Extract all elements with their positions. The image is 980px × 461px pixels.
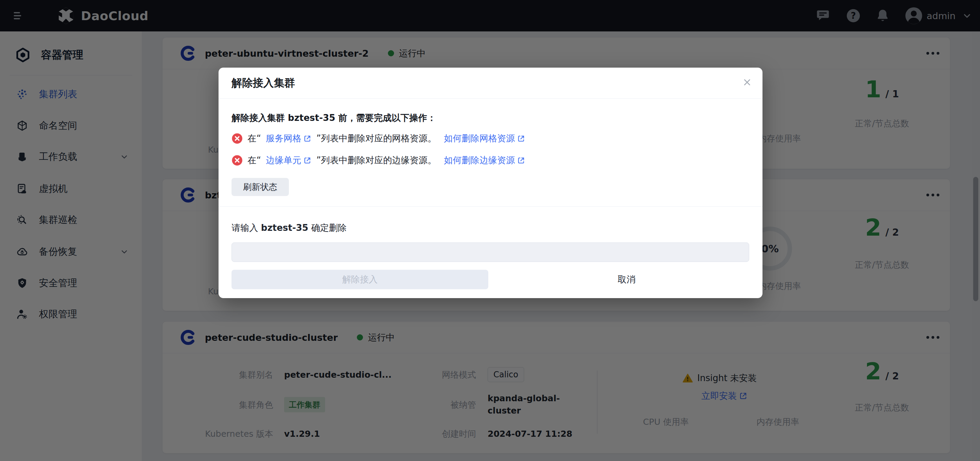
precondition-item: 在“服务网格”列表中删除对应的网格资源。如何删除网格资源 — [232, 132, 525, 145]
confirm-prompt-post: 确定删除 — [308, 223, 347, 233]
disconnect-submit-button[interactable]: 解除接入 — [232, 270, 488, 289]
refresh-status-button[interactable]: 刷新状态 — [232, 178, 289, 196]
confirm-prompt: 请输入 bztest-35 确定删除 — [232, 222, 347, 234]
external-link-icon — [517, 135, 525, 143]
precondition-item: 在“边缘单元”列表中删除对应的边缘资源。如何删除边缘资源 — [232, 154, 525, 166]
close-icon[interactable] — [741, 76, 754, 89]
item-text-mid: ”列表中删除对应的边缘资源。 — [316, 154, 436, 166]
doc-link-label: 如何删除网格资源 — [444, 132, 515, 145]
confirm-prompt-pre: 请输入 — [232, 223, 261, 233]
edge-unit-link[interactable]: 边缘单元 — [266, 154, 312, 166]
confirm-input[interactable] — [232, 242, 749, 262]
modal-intro-text: 解除接入集群 bztest-35 前，需要完成以下操作： — [232, 112, 436, 124]
cancel-button[interactable]: 取消 — [608, 270, 646, 289]
disconnect-cluster-modal: 解除接入集群 解除接入集群 bztest-35 前，需要完成以下操作： 在“服务… — [218, 68, 762, 298]
error-icon — [232, 133, 243, 144]
confirm-cluster-name: bztest-35 — [261, 223, 308, 233]
service-mesh-link[interactable]: 服务网格 — [266, 132, 312, 145]
external-link-icon — [303, 156, 312, 165]
item-text-pre: 在“ — [248, 132, 261, 145]
edge-unit-label: 边缘单元 — [266, 154, 301, 166]
how-to-delete-mesh-link[interactable]: 如何删除网格资源 — [444, 132, 525, 145]
item-text-pre: 在“ — [248, 154, 261, 166]
modal-title: 解除接入集群 — [232, 76, 295, 90]
error-icon — [232, 155, 243, 166]
modal-section-divider — [218, 206, 762, 207]
doc-link-label: 如何删除边缘资源 — [444, 154, 515, 166]
service-mesh-label: 服务网格 — [266, 132, 301, 145]
app-window: DaoCloud ? admin 容器管理 — [0, 0, 980, 461]
external-link-icon — [303, 135, 312, 143]
external-link-icon — [517, 156, 525, 165]
item-text-mid: ”列表中删除对应的网格资源。 — [316, 132, 436, 145]
how-to-delete-edge-link[interactable]: 如何删除边缘资源 — [444, 154, 525, 166]
